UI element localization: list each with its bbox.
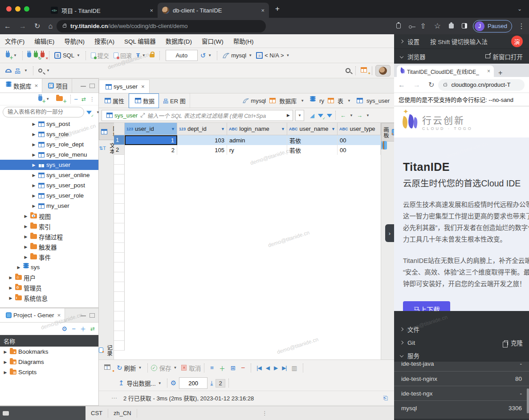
refresh-dropdown-icon[interactable]: ▼ (138, 366, 142, 370)
preview-address-bar[interactable]: cloudtogo.cn/product-T (438, 79, 525, 91)
git-clone-button[interactable]: 克隆 (504, 338, 523, 347)
subtab-properties[interactable]: 属性 (99, 93, 129, 108)
crumb-table-label[interactable]: 表 (338, 97, 343, 105)
menu-edit[interactable]: 编辑(E) (34, 36, 54, 45)
back-icon[interactable]: ← (398, 81, 405, 89)
tab-projects[interactable]: ▢ 项目 (42, 79, 72, 93)
crumb-db-dropdown-icon[interactable]: ▼ (301, 99, 304, 103)
files-section-label[interactable]: 文件 (407, 325, 419, 334)
filter-back-dropdown-icon[interactable]: ▼ (350, 113, 353, 117)
browser-section-label[interactable]: 浏览器 (407, 52, 426, 61)
cell-user-name[interactable]: 若依 (287, 145, 338, 155)
statusbar-widget[interactable] (3, 411, 9, 416)
settings-chevron-icon[interactable] (400, 40, 403, 43)
clear-filter-icon[interactable]: ◢ (310, 112, 314, 119)
traffic-zoom-button[interactable] (24, 6, 29, 12)
filter-history-dropdown-icon[interactable]: ▼ (295, 110, 304, 121)
profile-button[interactable]: J Paused (473, 20, 512, 32)
panel-layout-icon[interactable] (384, 141, 387, 149)
rollback-icon[interactable] (114, 52, 118, 58)
crumb-schema[interactable]: ry (319, 97, 324, 104)
first-row-icon[interactable]: |◀ (256, 365, 261, 371)
reconnect-icon[interactable]: ↻ (33, 52, 39, 59)
transaction-icon[interactable]: Ŧ (136, 52, 140, 59)
tree-item-administer[interactable]: ▶⚙管理员 (0, 283, 98, 293)
panel-expander-button[interactable]: › (385, 224, 394, 242)
column-header-user-name[interactable]: ABCuser_name▼ (287, 123, 338, 135)
service-row[interactable]: ide-test-ngx- (394, 386, 529, 400)
commit-button[interactable]: 提交 (98, 51, 109, 60)
tree-item-procedures-folder[interactable]: ▶存储过程 (0, 231, 98, 242)
bookmark-star-icon[interactable]: ☆ (434, 21, 441, 31)
schema-dropdown-icon[interactable]: ▼ (286, 53, 290, 57)
fetch-next-icon[interactable]: ⤓ (210, 380, 213, 387)
save-filter-icon[interactable]: ✓ (318, 112, 323, 119)
column-header-user-id[interactable]: 123user_id▼ (125, 123, 177, 135)
apply-filter-icon[interactable] (327, 112, 332, 119)
address-bar[interactable]: try.titanide.cn /ide/web/coding/db-clien… (57, 20, 266, 32)
tree-item-table[interactable]: ▶sys_role_menu (0, 149, 98, 160)
result-settings-gear-icon[interactable]: ⚙ (171, 379, 176, 387)
duplicate-row-icon[interactable]: ⊞ (231, 364, 236, 372)
cell-user-type[interactable]: 00 (338, 145, 381, 155)
maximize-panel-icon[interactable] (90, 313, 95, 318)
menu-search[interactable]: 搜索(A) (94, 36, 114, 45)
forward-icon[interactable]: → (19, 22, 26, 30)
new-connection-dropdown-icon[interactable]: ▼ (13, 53, 17, 57)
link-editor-icon[interactable]: ⇄ (90, 326, 95, 332)
subtab-data[interactable]: 数据 (129, 93, 159, 108)
download-button[interactable]: 马上下载 (403, 301, 450, 311)
extensions-icon[interactable] (449, 24, 454, 28)
traffic-close-button[interactable] (6, 6, 12, 12)
browser-tab-dbclient[interactable]: db-client - TitanIDE × (158, 3, 269, 18)
connect-icon[interactable] (26, 52, 33, 59)
tree-item-table[interactable]: ▶sys_role_dept (0, 139, 98, 149)
active-schema-button[interactable]: < N/A > (264, 52, 284, 59)
tree-item-table-selected[interactable]: ▶sys_user (0, 160, 98, 170)
lock-mode-icon[interactable] (150, 54, 155, 57)
next-row-icon[interactable]: ▶ (274, 365, 277, 371)
link-editor-icon[interactable]: ⇄ (81, 96, 86, 102)
new-connection-icon[interactable]: ＋ (37, 96, 44, 102)
crumb-datasource[interactable]: mysql (251, 97, 266, 104)
minimize-panel-icon[interactable] (81, 315, 86, 316)
reload-icon[interactable]: ↻ (428, 81, 434, 89)
cell-login-name[interactable]: admin (227, 135, 287, 145)
close-icon[interactable]: × (57, 312, 61, 319)
demo-badge[interactable]: 演 (511, 36, 523, 47)
tree-item-table[interactable]: ▶sys_user_online (0, 170, 98, 180)
subtab-er-diagram[interactable]: 品ER 图 (159, 93, 190, 108)
connection-dropdown-icon[interactable]: ▼ (46, 97, 49, 101)
menu-help[interactable]: 帮助(H) (233, 36, 254, 45)
disconnect-icon[interactable]: × (39, 52, 46, 59)
open-new-window-button[interactable]: 新窗口打开 (485, 52, 523, 61)
cell-login-name[interactable]: ry (227, 145, 287, 155)
view-tab-record[interactable]: 记录● (99, 342, 114, 359)
tree-item-users[interactable]: ▶☺用户 (0, 272, 98, 283)
dashboard-icon[interactable] (5, 69, 12, 73)
crumb-table[interactable]: sys_user (366, 97, 390, 104)
cell-user-id[interactable]: 2 (125, 145, 177, 155)
hierarchy-dropdown-icon[interactable]: ▼ (24, 69, 28, 73)
grid-row-2[interactable]: 2 2 105 ry 若依 00 (114, 145, 381, 155)
traffic-minimize-button[interactable] (15, 6, 20, 12)
files-chevron-icon[interactable] (400, 327, 403, 331)
last-row-icon[interactable]: ▶| (282, 365, 286, 371)
tab-project-general[interactable]: ■ Project - Gener × (0, 308, 65, 322)
forward-icon[interactable]: → (413, 81, 420, 89)
menu-file[interactable]: 文件(F) (5, 36, 24, 45)
cell-dept-id[interactable]: 103 (177, 135, 227, 145)
sql-editor-icon[interactable]: S (54, 52, 61, 59)
git-chevron-icon[interactable] (400, 341, 403, 344)
search-dropdown-icon[interactable]: ▼ (46, 69, 50, 73)
delete-row-icon[interactable]: − (241, 364, 245, 372)
preview-new-tab-button[interactable]: + (498, 69, 502, 77)
datasource-dropdown-icon[interactable]: ▼ (248, 53, 252, 57)
collapse-all-icon[interactable]: − (72, 325, 76, 332)
tree-item-views-folder[interactable]: ▶视图 (0, 211, 98, 221)
maximize-panel-icon[interactable] (90, 84, 95, 88)
reload-icon[interactable]: ↻ (34, 22, 40, 30)
cell-user-type[interactable]: 00 (338, 135, 381, 145)
services-scrollbar[interactable] (527, 388, 529, 413)
prev-row-icon[interactable]: ◀ (266, 365, 269, 371)
